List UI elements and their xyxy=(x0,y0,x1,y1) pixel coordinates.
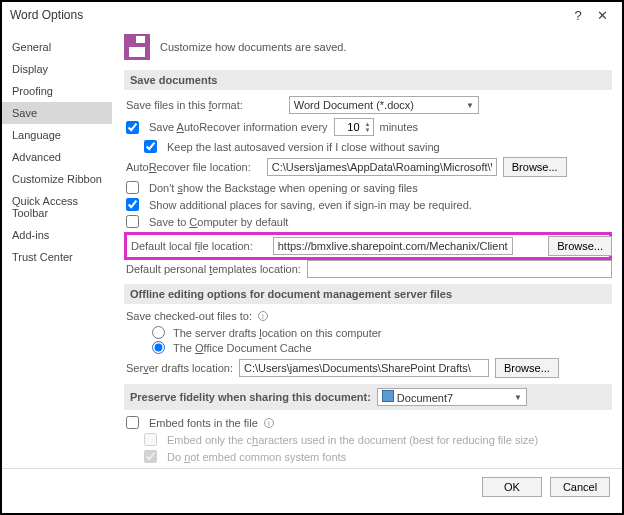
default-personal-label: Default personal templates location: xyxy=(126,263,301,275)
default-local-label: Default local file location: xyxy=(131,240,253,252)
save-to-computer-checkbox[interactable] xyxy=(126,215,139,228)
minutes-label: minutes xyxy=(380,121,419,133)
main-area: General Display Proofing Save Language A… xyxy=(2,28,622,468)
section-offline: Offline editing options for document man… xyxy=(124,284,612,304)
browse-autorecover-button[interactable]: Browse... xyxy=(503,157,567,177)
save-to-computer-label: Save to Computer by default xyxy=(149,216,288,228)
embed-only-label: Embed only the characters used in the do… xyxy=(167,434,538,446)
default-personal-input[interactable] xyxy=(307,260,612,278)
not-common-checkbox xyxy=(144,450,157,463)
checked-out-label: Save checked-out files to: xyxy=(126,310,252,322)
window-title: Word Options xyxy=(10,8,566,22)
embed-fonts-checkbox[interactable] xyxy=(126,416,139,429)
sidebar-item-general[interactable]: General xyxy=(2,36,112,58)
format-select[interactable]: Word Document (*.docx) ▼ xyxy=(289,96,479,114)
info-icon: i xyxy=(264,418,274,428)
close-button[interactable]: ✕ xyxy=(590,8,614,23)
chevron-down-icon: ▼ xyxy=(466,101,474,110)
sidebar-item-language[interactable]: Language xyxy=(2,124,112,146)
browse-default-local-button[interactable]: Browse... xyxy=(548,236,612,256)
keep-last-checkbox[interactable] xyxy=(144,140,157,153)
sidebar-item-qat[interactable]: Quick Access Toolbar xyxy=(2,190,112,224)
server-drafts-radio[interactable] xyxy=(152,326,165,339)
embed-fonts-label: Embed fonts in the file xyxy=(149,417,258,429)
server-drafts-location-label: Server drafts location: xyxy=(126,362,233,374)
minutes-spinner[interactable]: ▲▼ xyxy=(334,118,374,136)
document-icon xyxy=(382,390,394,402)
content-panel: Customize how documents are saved. Save … xyxy=(112,28,622,468)
keep-last-label: Keep the last autosaved version if I clo… xyxy=(167,141,440,153)
default-local-input[interactable] xyxy=(273,237,513,255)
server-drafts-label: The server drafts location on this compu… xyxy=(173,327,382,339)
ok-button[interactable]: OK xyxy=(482,477,542,497)
format-label: Save files in this format: xyxy=(126,99,243,111)
document-select[interactable]: Document7 ▼ xyxy=(377,388,527,406)
info-icon: i xyxy=(258,311,268,321)
sidebar-item-save[interactable]: Save xyxy=(2,102,112,124)
autorecover-label: Save AutoRecover information every xyxy=(149,121,328,133)
sidebar-item-proofing[interactable]: Proofing xyxy=(2,80,112,102)
sidebar-item-display[interactable]: Display xyxy=(2,58,112,80)
dont-show-backstage-checkbox[interactable] xyxy=(126,181,139,194)
autorecover-location-input[interactable] xyxy=(267,158,497,176)
show-additional-checkbox[interactable] xyxy=(126,198,139,211)
show-additional-label: Show additional places for saving, even … xyxy=(149,199,472,211)
sidebar-item-addins[interactable]: Add-ins xyxy=(2,224,112,246)
help-button[interactable]: ? xyxy=(566,8,590,23)
floppy-icon xyxy=(124,34,150,60)
office-cache-label: The Office Document Cache xyxy=(173,342,312,354)
dont-show-backstage-label: Don't show the Backstage when opening or… xyxy=(149,182,418,194)
titlebar: Word Options ? ✕ xyxy=(2,2,622,28)
chevron-down-icon: ▼ xyxy=(514,393,522,402)
not-common-label: Do not embed common system fonts xyxy=(167,451,346,463)
office-cache-radio[interactable] xyxy=(152,341,165,354)
footer: OK Cancel xyxy=(2,468,622,505)
sidebar-item-customize-ribbon[interactable]: Customize Ribbon xyxy=(2,168,112,190)
cancel-button[interactable]: Cancel xyxy=(550,477,610,497)
server-drafts-location-input[interactable] xyxy=(239,359,489,377)
section-save-documents: Save documents xyxy=(124,70,612,90)
autorecover-location-label: AutoRecover file location: xyxy=(126,161,251,173)
autorecover-checkbox[interactable] xyxy=(126,121,139,134)
browse-server-drafts-button[interactable]: Browse... xyxy=(495,358,559,378)
sidebar: General Display Proofing Save Language A… xyxy=(2,28,112,468)
page-header: Customize how documents are saved. xyxy=(160,41,346,53)
section-preserve: Preserve fidelity when sharing this docu… xyxy=(124,384,612,410)
sidebar-item-advanced[interactable]: Advanced xyxy=(2,146,112,168)
sidebar-item-trust-center[interactable]: Trust Center xyxy=(2,246,112,268)
embed-only-checkbox xyxy=(144,433,157,446)
